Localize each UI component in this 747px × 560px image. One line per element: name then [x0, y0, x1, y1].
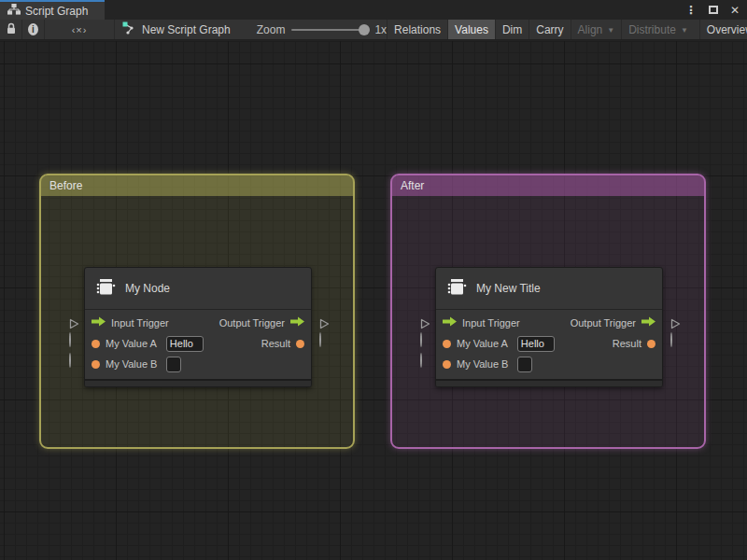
port-label: Input Trigger — [462, 317, 520, 329]
zoom-slider[interactable] — [291, 29, 368, 31]
value-in-port[interactable] — [443, 340, 451, 348]
window-menu-icon[interactable]: ⋮ — [685, 4, 697, 17]
value-a-field[interactable] — [517, 336, 555, 352]
code-view-icon: ‹×› — [72, 24, 88, 35]
graph-canvas[interactable]: Before My Node — [0, 41, 747, 560]
value-in-port[interactable] — [92, 340, 100, 348]
flow-out-port[interactable] — [290, 316, 304, 329]
maximize-icon[interactable] — [709, 6, 718, 14]
code-view-button[interactable]: ‹×› — [45, 20, 115, 39]
value-b-field[interactable] — [166, 357, 181, 372]
info-icon: i — [28, 23, 38, 35]
values-button[interactable]: Values — [447, 20, 495, 39]
port-label: My Value A — [457, 338, 508, 349]
distribute-dropdown[interactable]: Distribute ▼ — [621, 20, 695, 39]
lock-icon — [6, 22, 17, 37]
node-title: My New Title — [476, 282, 541, 295]
group-before-header[interactable]: Before — [41, 175, 353, 196]
close-icon[interactable]: ✕ — [730, 4, 740, 17]
value-out-port[interactable] — [647, 340, 655, 348]
tab-script-graph[interactable]: Script Graph — [0, 0, 105, 20]
value-b-field[interactable] — [517, 357, 532, 372]
zoom-control: Zoom 1x — [240, 20, 387, 39]
port-label: Input Trigger — [111, 317, 169, 329]
zoom-slider-handle[interactable] — [359, 24, 370, 35]
window-tab-bar: Script Graph ⋮ ✕ — [0, 0, 747, 20]
value-in-port[interactable] — [443, 360, 451, 369]
relations-button[interactable]: Relations — [387, 20, 447, 39]
toolbar-toggles: Relations Values Dim Carry Align ▼ Distr… — [387, 20, 747, 39]
port-row: Input Trigger Output Trigger — [85, 313, 311, 333]
overview-button[interactable]: Overview — [699, 20, 747, 39]
unit-icon — [447, 278, 467, 299]
node-footer — [85, 379, 311, 386]
dim-button[interactable]: Dim — [495, 20, 529, 39]
value-a-field[interactable] — [166, 336, 204, 352]
group-title: After — [401, 179, 424, 192]
node-my-node[interactable]: My Node Input Trigger Output Trigger — [84, 267, 312, 387]
port-label: Result — [613, 338, 641, 349]
group-title: Before — [49, 179, 82, 192]
external-flow-in-port[interactable] — [69, 318, 79, 329]
zoom-label: Zoom — [257, 23, 286, 36]
align-dropdown[interactable]: Align ▼ — [571, 20, 622, 39]
carry-button[interactable]: Carry — [529, 20, 570, 39]
unit-icon — [96, 278, 116, 299]
port-row: My Value B — [85, 354, 311, 374]
lock-button[interactable] — [0, 20, 22, 39]
inspect-button[interactable]: i — [22, 20, 45, 39]
port-label: Result — [261, 338, 290, 349]
node-title: My Node — [125, 282, 170, 295]
group-after-header[interactable]: After — [392, 175, 704, 196]
external-flow-out-port[interactable] — [319, 318, 330, 329]
port-row: My Value A Result — [436, 333, 662, 354]
flow-out-port[interactable] — [641, 316, 655, 329]
external-flow-out-port[interactable] — [670, 318, 681, 329]
external-flow-in-port[interactable] — [420, 318, 430, 329]
node-header[interactable]: My Node — [85, 268, 311, 310]
chevron-down-icon: ▼ — [681, 26, 688, 35]
tab-title: Script Graph — [25, 5, 88, 18]
node-body: Input Trigger Output Trigger My Value A — [85, 310, 311, 379]
port-row: My Value B — [436, 354, 662, 374]
value-in-port[interactable] — [92, 360, 100, 369]
port-row: Input Trigger Output Trigger — [436, 313, 662, 333]
graph-toolbar: i ‹×› New Script Graph Zoom 1x Relations… — [0, 20, 747, 40]
graph-title-area[interactable]: New Script Graph — [115, 20, 240, 39]
chevron-down-icon: ▼ — [607, 26, 614, 35]
script-graph-icon — [122, 21, 136, 37]
zoom-value: 1x — [374, 23, 387, 36]
port-label: My Value A — [106, 338, 157, 349]
node-my-new-title[interactable]: My New Title Input Trigger Output Trigge… — [435, 267, 663, 387]
port-row: My Value A Result — [85, 333, 311, 354]
graph-name: New Script Graph — [142, 23, 231, 36]
flow-in-port[interactable] — [443, 316, 457, 329]
flow-in-port[interactable] — [92, 316, 106, 329]
hierarchy-icon — [7, 4, 21, 18]
node-footer — [436, 379, 662, 386]
window-controls: ⋮ ✕ — [685, 0, 747, 20]
node-header[interactable]: My New Title — [436, 268, 662, 310]
port-label: My Value B — [106, 358, 157, 370]
port-label: Output Trigger — [571, 317, 636, 329]
port-label: My Value B — [457, 358, 508, 370]
port-label: Output Trigger — [219, 317, 285, 329]
group-after[interactable]: After My New Title — [390, 174, 706, 449]
value-out-port[interactable] — [296, 340, 304, 348]
group-before[interactable]: Before My Node — [39, 174, 355, 449]
node-body: Input Trigger Output Trigger My Value A — [436, 310, 662, 379]
